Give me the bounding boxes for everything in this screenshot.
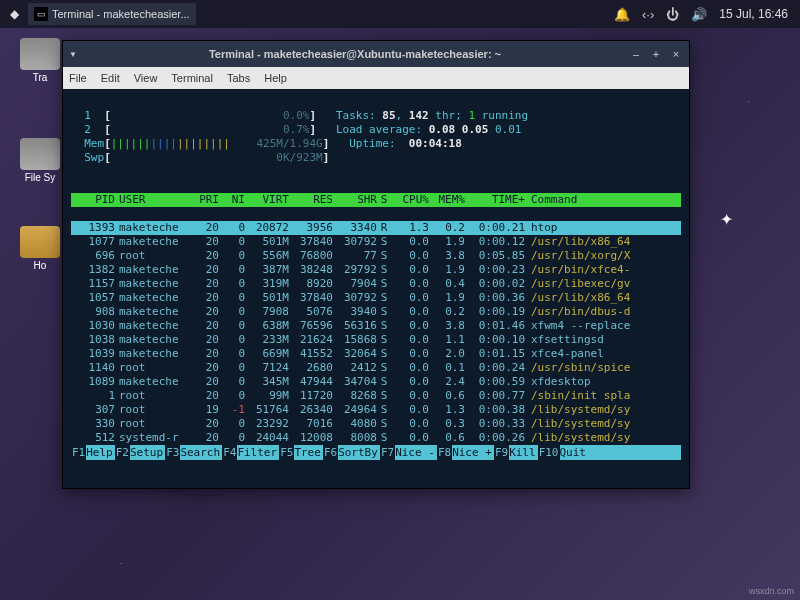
- close-button[interactable]: ×: [669, 47, 683, 61]
- fkey-f8: F8: [437, 445, 452, 460]
- fkey-label-kill[interactable]: Kill: [509, 445, 538, 460]
- fkey-label-filter[interactable]: Filter: [237, 445, 279, 460]
- fkey-label-help[interactable]: Help: [86, 445, 115, 460]
- process-row[interactable]: 1057maketeche200501M3784030792S0.01.90:0…: [71, 291, 681, 305]
- column-header-cpu[interactable]: CPU%: [391, 193, 429, 207]
- column-header-ni[interactable]: NI: [219, 193, 245, 207]
- fkey-f10: F10: [538, 445, 560, 460]
- column-header-pri[interactable]: PRI: [189, 193, 219, 207]
- function-key-bar: F1HelpF2SetupF3SearchF4FilterF5TreeF6Sor…: [71, 445, 681, 460]
- column-header-user[interactable]: USER: [115, 193, 189, 207]
- window-menu-dropdown-icon[interactable]: ▼: [69, 50, 81, 59]
- process-table-header[interactable]: PIDUSERPRINIVIRTRESSHRSCPU%MEM%TIME+Comm…: [71, 193, 681, 207]
- process-row[interactable]: 1038maketeche200233M2162415868S0.01.10:0…: [71, 333, 681, 347]
- fkey-f9: F9: [494, 445, 509, 460]
- desktop-icon-trash[interactable]: Tra: [16, 38, 64, 83]
- column-header-res[interactable]: RES: [289, 193, 333, 207]
- fkey-f7: F7: [380, 445, 395, 460]
- process-row[interactable]: 908maketeche200790850763940S0.00.20:00.1…: [71, 305, 681, 319]
- column-header-shr[interactable]: SHR: [333, 193, 377, 207]
- menu-file[interactable]: File: [69, 72, 87, 84]
- watermark: wsxdn.com: [749, 586, 794, 596]
- fkey-f4: F4: [222, 445, 237, 460]
- fkey-label-tree[interactable]: Tree: [294, 445, 323, 460]
- terminal-content[interactable]: 1 [ 0.0%] Tasks: 85, 142 thr; 1 running …: [63, 89, 689, 488]
- column-header-s[interactable]: S: [377, 193, 391, 207]
- menu-view[interactable]: View: [134, 72, 158, 84]
- trash-icon: [20, 38, 60, 70]
- terminal-icon: ▭: [34, 7, 48, 21]
- fkey-f1: F1: [71, 445, 86, 460]
- window-title: Terminal - maketecheasier@Xubuntu-makete…: [81, 48, 629, 60]
- menubar: FileEditViewTerminalTabsHelp: [63, 67, 689, 89]
- column-header-pid[interactable]: PID: [71, 193, 115, 207]
- volume-icon[interactable]: 🔊: [691, 7, 707, 22]
- fkey-label-nice-[interactable]: Nice -: [395, 445, 437, 460]
- process-row[interactable]: 1039maketeche200669M4155232064S0.02.00:0…: [71, 347, 681, 361]
- app-menu-icon[interactable]: ◆: [4, 7, 24, 21]
- drive-icon: [20, 138, 60, 170]
- process-row[interactable]: 512systemd-r20024044120088008S0.00.60:00…: [71, 431, 681, 445]
- column-header-virt[interactable]: VIRT: [245, 193, 289, 207]
- menu-terminal[interactable]: Terminal: [171, 72, 213, 84]
- process-row[interactable]: 330root2002329270164080S0.00.30:00.33/li…: [71, 417, 681, 431]
- notification-icon[interactable]: 🔔: [614, 7, 630, 22]
- fkey-f2: F2: [115, 445, 130, 460]
- process-row[interactable]: 1077maketeche200501M3784030792S0.01.90:0…: [71, 235, 681, 249]
- process-row[interactable]: 1157maketeche200319M89207904S0.00.40:00.…: [71, 277, 681, 291]
- fkey-label-setup[interactable]: Setup: [130, 445, 165, 460]
- fkey-label-nice+[interactable]: Nice +: [452, 445, 494, 460]
- minimize-button[interactable]: –: [629, 47, 643, 61]
- maximize-button[interactable]: +: [649, 47, 663, 61]
- fkey-f5: F5: [279, 445, 294, 460]
- process-row[interactable]: 1140root200712426802412S0.00.10:00.24/us…: [71, 361, 681, 375]
- menu-help[interactable]: Help: [264, 72, 287, 84]
- terminal-window: ▼ Terminal - maketecheasier@Xubuntu-make…: [62, 40, 690, 489]
- fkey-f3: F3: [165, 445, 180, 460]
- desktop-icon-drive[interactable]: File Sy: [16, 138, 64, 183]
- taskbar-window-button[interactable]: ▭ Terminal - maketecheasier...: [28, 3, 196, 25]
- clock[interactable]: 15 Jul, 16:46: [719, 7, 788, 21]
- fkey-label-sortby[interactable]: SortBy: [338, 445, 380, 460]
- process-row[interactable]: 307root19-1517642634024964S0.01.30:00.38…: [71, 403, 681, 417]
- fkey-label-search[interactable]: Search: [180, 445, 222, 460]
- menu-tabs[interactable]: Tabs: [227, 72, 250, 84]
- window-titlebar[interactable]: ▼ Terminal - maketecheasier@Xubuntu-make…: [63, 41, 689, 67]
- menu-edit[interactable]: Edit: [101, 72, 120, 84]
- fkey-f6: F6: [323, 445, 338, 460]
- process-row[interactable]: 1root20099M117208268S0.00.60:00.77/sbin/…: [71, 389, 681, 403]
- process-row[interactable]: 1382maketeche200387M3824829792S0.01.90:0…: [71, 263, 681, 277]
- power-icon[interactable]: ⏻: [666, 7, 679, 22]
- process-row[interactable]: 1089maketeche200345M4794434704S0.02.40:0…: [71, 375, 681, 389]
- taskbar: ◆ ▭ Terminal - maketecheasier... 🔔 ‹·› ⏻…: [0, 0, 800, 28]
- desktop-icon-folder[interactable]: Ho: [16, 226, 64, 271]
- process-row[interactable]: 696root200556M7680077S0.03.80:05.85/usr/…: [71, 249, 681, 263]
- column-header-command[interactable]: Command: [525, 193, 681, 207]
- process-row[interactable]: 1030maketeche200638M7659656316S0.03.80:0…: [71, 319, 681, 333]
- fkey-label-quit[interactable]: Quit: [560, 445, 589, 460]
- column-header-time[interactable]: TIME+: [465, 193, 525, 207]
- taskbar-window-label: Terminal - maketecheasier...: [52, 8, 190, 20]
- column-header-mem[interactable]: MEM%: [429, 193, 465, 207]
- process-row[interactable]: 1393maketeche2002087239563340R1.30.20:00…: [71, 221, 681, 235]
- network-icon[interactable]: ‹·›: [642, 7, 654, 22]
- folder-icon: [20, 226, 60, 258]
